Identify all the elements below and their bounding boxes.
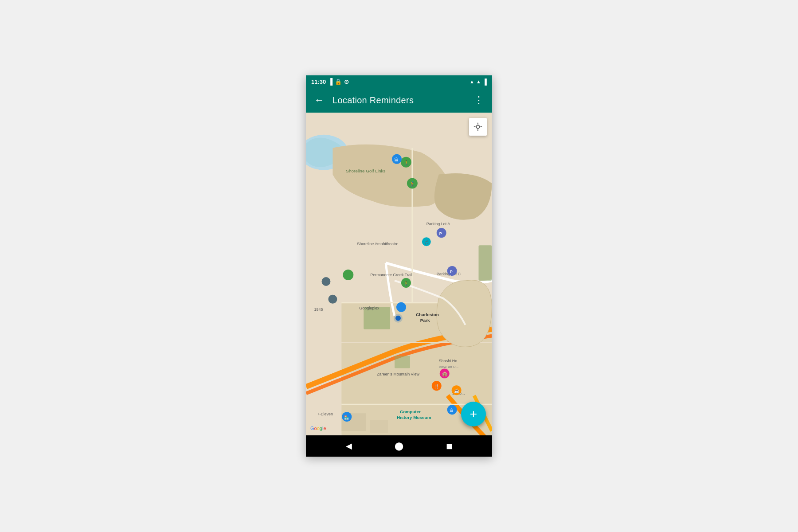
app-title: Location Reminders <box>332 95 466 106</box>
nav-bar: ◀ ⬤ ◼ <box>306 435 492 457</box>
svg-text:Shoreline Amphitheatre: Shoreline Amphitheatre <box>357 242 398 246</box>
svg-text:Googleplex: Googleplex <box>359 306 379 310</box>
sim-icon: ▐ <box>328 78 332 85</box>
svg-point-64 <box>476 125 479 128</box>
sync-icon: ⊙ <box>344 78 349 85</box>
svg-point-41 <box>321 277 330 286</box>
nav-back-button[interactable]: ◀ <box>340 437 358 455</box>
svg-text:🏛: 🏛 <box>394 157 399 162</box>
app-bar: ← Location Reminders ⋮ <box>306 88 492 113</box>
svg-rect-13 <box>370 420 388 433</box>
back-button[interactable]: ← <box>313 94 325 106</box>
signal-icon: ▲ <box>476 79 481 84</box>
google-watermark: Google <box>310 426 326 431</box>
svg-text:7-Eleven: 7-Eleven <box>317 412 333 416</box>
svg-text:🏪: 🏪 <box>344 415 349 420</box>
svg-text:Permanente Creek Trail: Permanente Creek Trail <box>370 273 412 277</box>
svg-text:Shoreline Golf Links: Shoreline Golf Links <box>346 168 385 173</box>
svg-text:🚶: 🚶 <box>403 281 409 286</box>
battery-level: ▐ <box>483 78 487 85</box>
svg-point-46 <box>396 302 406 312</box>
overflow-menu-button[interactable]: ⋮ <box>473 94 485 106</box>
status-right: ▲ ▲ ▐ <box>469 78 487 85</box>
nav-home-button[interactable]: ⬤ <box>390 437 408 455</box>
svg-text:🎵: 🎵 <box>424 240 430 245</box>
svg-text:🏨: 🏨 <box>442 371 448 377</box>
svg-rect-11 <box>395 356 410 368</box>
lock-icon: 🔒 <box>335 78 342 85</box>
map-container[interactable]: Shoreline Golf Links Parking Lot A Shore… <box>306 113 492 435</box>
svg-rect-10 <box>479 245 492 281</box>
svg-text:🍴: 🍴 <box>434 383 440 389</box>
svg-text:Shashi Ho...: Shashi Ho... <box>439 359 461 363</box>
svg-text:Computer: Computer <box>400 409 421 414</box>
svg-text:☕: ☕ <box>454 388 460 394</box>
svg-text:Park: Park <box>420 318 430 323</box>
svg-text:P: P <box>439 231 442 236</box>
svg-text:Parking Lot A: Parking Lot A <box>426 222 450 226</box>
location-button[interactable] <box>469 118 487 136</box>
status-left: 11:30 ▐ 🔒 ⊙ <box>311 78 349 85</box>
svg-rect-9 <box>364 307 390 329</box>
svg-text:🚶: 🚶 <box>403 160 410 166</box>
phone-container: 11:30 ▐ 🔒 ⊙ ▲ ▲ ▐ ← Location Reminders ⋮ <box>306 75 492 457</box>
map-svg: Shoreline Golf Links Parking Lot A Shore… <box>306 113 492 435</box>
svg-point-43 <box>328 295 337 304</box>
status-bar: 11:30 ▐ 🔒 ⊙ ▲ ▲ ▐ <box>306 75 492 88</box>
svg-text:1945: 1945 <box>314 307 323 312</box>
svg-text:P: P <box>450 270 453 274</box>
add-reminder-fab[interactable]: + <box>461 402 486 426</box>
wifi-icon: ▲ <box>469 79 474 84</box>
svg-text:🏌: 🏌 <box>410 181 416 187</box>
svg-text:Charleston: Charleston <box>416 312 439 317</box>
svg-text:View, an U...: View, an U... <box>439 365 459 369</box>
svg-point-42 <box>343 270 353 280</box>
svg-text:Zareen's Mountain View: Zareen's Mountain View <box>377 372 419 376</box>
svg-point-45 <box>394 314 403 323</box>
svg-text:History Museum: History Museum <box>397 415 431 420</box>
svg-text:🏛: 🏛 <box>450 408 454 413</box>
nav-recents-button[interactable]: ◼ <box>440 437 458 455</box>
status-time: 11:30 <box>311 78 326 85</box>
